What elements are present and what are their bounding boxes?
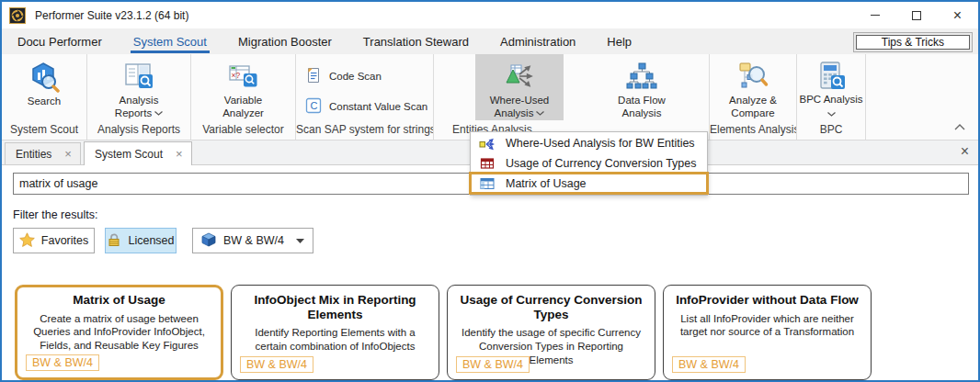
svg-text:C: C bbox=[311, 100, 318, 111]
data-flow-analysis-icon bbox=[626, 60, 657, 93]
card-title: Usage of Currency Conversion Types bbox=[457, 293, 645, 321]
analysis-reports-icon bbox=[123, 60, 154, 93]
code-scan-button[interactable]: Code Scan bbox=[305, 67, 382, 85]
tab-system-scout[interactable]: System Scout × bbox=[84, 141, 192, 165]
card-title: InfoObject Mix in Reporting Elements bbox=[241, 293, 429, 321]
card-description: List all InfoProvider which are neither … bbox=[673, 312, 861, 340]
where-used-analysis-button[interactable]: Where-Used Analysis bbox=[475, 54, 564, 120]
constant-value-scan-button[interactable]: C Constant Value Scan bbox=[305, 97, 427, 116]
group-label-bpc: BPC bbox=[797, 123, 865, 136]
maximize-button[interactable] bbox=[895, 2, 937, 28]
lock-icon bbox=[107, 232, 121, 250]
system-scout-page: Filter the results: Favorites Licens bbox=[2, 165, 978, 380]
close-tab-icon[interactable]: × bbox=[176, 150, 183, 159]
card-description: Create a matrix of usage between Queries… bbox=[25, 312, 213, 354]
tips-tricks-button[interactable]: Tips & Tricks bbox=[853, 32, 973, 52]
system-badge: BW & BW/4 bbox=[456, 356, 530, 373]
maximize-icon bbox=[912, 11, 921, 20]
group-label-variable-selector: Variable selector bbox=[191, 123, 295, 136]
where-used-dropdown-menu: Where-Used Analysis for BW Entities Usag… bbox=[470, 131, 708, 196]
group-label-system-scout: System Scout bbox=[2, 123, 86, 136]
ribbon-group-system-scout: Search System Scout bbox=[2, 54, 87, 140]
menu-tab-docu-performer[interactable]: Docu Performer bbox=[2, 28, 118, 54]
card-title: Matrix of Usage bbox=[25, 293, 213, 308]
tips-tricks-label: Tips & Tricks bbox=[856, 35, 970, 50]
variable-analyzer-button[interactable]: ×? Variable Analyzer bbox=[203, 54, 284, 120]
menu-item-matrix-of-usage[interactable]: Matrix of Usage bbox=[471, 174, 707, 194]
close-icon: × bbox=[953, 8, 962, 23]
where-used-analysis-icon bbox=[504, 60, 535, 93]
search-icon bbox=[28, 60, 60, 94]
card-description: Identify Reporting Elements with a certa… bbox=[241, 326, 429, 354]
cube-icon bbox=[201, 232, 216, 250]
card-currency-conversion-usage[interactable]: Usage of Currency Conversion Types Ident… bbox=[447, 285, 655, 380]
chevron-down-icon bbox=[536, 111, 544, 116]
ribbon-group-bpc: BPC Analysis BPC bbox=[797, 54, 866, 140]
ribbon: Search System Scout bbox=[2, 54, 978, 140]
ribbon-group-entities-analysis: Where-Used Analysis bbox=[434, 54, 710, 140]
title-bar: Performer Suite v23.1.2 (64 bit) × bbox=[2, 2, 978, 28]
group-label-scan-sap: Scan SAP system for strings bbox=[296, 123, 433, 136]
favorites-filter-button[interactable]: Favorites bbox=[13, 228, 95, 253]
card-matrix-of-usage[interactable]: Matrix of Usage Create a matrix of usage… bbox=[15, 285, 223, 380]
ribbon-group-elements-analysis: Analyze & Compare Elements Analysis bbox=[710, 54, 797, 140]
menu-tab-system-scout[interactable]: System Scout bbox=[118, 28, 222, 54]
code-scan-icon bbox=[305, 67, 322, 85]
svg-text:×?: ×? bbox=[231, 71, 240, 80]
minimize-button[interactable] bbox=[854, 2, 895, 28]
ribbon-group-analysis-reports: Analysis Reports Analysis Reports bbox=[87, 54, 191, 140]
licensed-filter-button[interactable]: Licensed bbox=[105, 228, 177, 253]
menu-tab-administration[interactable]: Administration bbox=[484, 28, 591, 54]
system-type-select[interactable]: BW & BW/4 bbox=[192, 228, 313, 253]
chevron-down-icon bbox=[154, 111, 163, 116]
system-badge: BW & BW/4 bbox=[672, 356, 746, 373]
filter-results-label: Filter the results: bbox=[13, 208, 97, 221]
bpc-analysis-button[interactable]: BPC Analysis bbox=[797, 54, 865, 120]
currency-conversion-icon bbox=[479, 156, 495, 171]
window-title: Performer Suite v23.1.2 (64 bit) bbox=[35, 9, 188, 22]
menu-bar: Docu Performer System Scout Migration Bo… bbox=[2, 28, 978, 54]
tab-entities[interactable]: Entities × bbox=[5, 142, 81, 164]
chevron-down-icon bbox=[827, 112, 836, 117]
menu-item-where-used-bw[interactable]: Where-Used Analysis for BW Entities bbox=[471, 133, 707, 153]
star-icon bbox=[19, 232, 35, 250]
ribbon-group-scan-sap: Code Scan C Constant Value Scan Scan SAP… bbox=[296, 54, 434, 140]
data-flow-analysis-button[interactable]: Data Flow Analysis bbox=[591, 54, 692, 120]
constant-value-scan-icon: C bbox=[305, 97, 322, 116]
menu-tab-translation-steward[interactable]: Translation Steward bbox=[348, 28, 484, 54]
card-title: InfoProvider without Data Flow bbox=[673, 293, 861, 308]
window-controls: × bbox=[854, 2, 978, 28]
group-label-elements-analysis: Elements Analysis bbox=[710, 123, 796, 136]
app-logo-icon bbox=[9, 7, 26, 24]
close-tab-icon[interactable]: × bbox=[64, 150, 72, 159]
search-button[interactable]: Search bbox=[4, 54, 85, 120]
analyze-compare-icon bbox=[737, 60, 769, 93]
minimize-icon bbox=[871, 15, 880, 16]
system-badge: BW & BW/4 bbox=[26, 354, 99, 371]
close-window-button[interactable]: × bbox=[937, 2, 978, 28]
group-label-analysis-reports: Analysis Reports bbox=[87, 123, 190, 136]
card-infoprovider-without-dataflow[interactable]: InfoProvider without Data Flow List all … bbox=[663, 285, 872, 380]
analysis-reports-button[interactable]: Analysis Reports bbox=[98, 54, 179, 120]
close-pane-icon[interactable]: × bbox=[961, 143, 969, 160]
filter-row: Favorites Licensed bbox=[13, 228, 313, 253]
system-badge: BW & BW/4 bbox=[240, 356, 313, 373]
analyze-compare-button[interactable]: Analyze & Compare bbox=[711, 54, 795, 120]
caret-down-icon bbox=[296, 239, 304, 243]
variable-analyzer-icon: ×? bbox=[228, 60, 259, 93]
chevron-up-icon bbox=[954, 124, 965, 130]
menu-item-currency-conversion[interactable]: Usage of Currency Conversion Types bbox=[471, 153, 707, 174]
matrix-of-usage-icon bbox=[479, 176, 495, 191]
card-infoobject-mix[interactable]: InfoObject Mix in Reporting Elements Ide… bbox=[231, 285, 439, 380]
menu-tab-help[interactable]: Help bbox=[591, 28, 647, 54]
where-used-bw-icon bbox=[479, 136, 495, 151]
ribbon-group-variable-selector: ×? Variable Analyzer Variable selector bbox=[191, 54, 296, 140]
analysis-cards: Matrix of Usage Create a matrix of usage… bbox=[15, 285, 872, 380]
menu-tab-migration-booster[interactable]: Migration Booster bbox=[222, 28, 348, 54]
collapse-ribbon-button[interactable] bbox=[954, 118, 965, 134]
app-window: Performer Suite v23.1.2 (64 bit) × Docu … bbox=[0, 0, 980, 382]
bpc-analysis-icon bbox=[815, 60, 847, 92]
